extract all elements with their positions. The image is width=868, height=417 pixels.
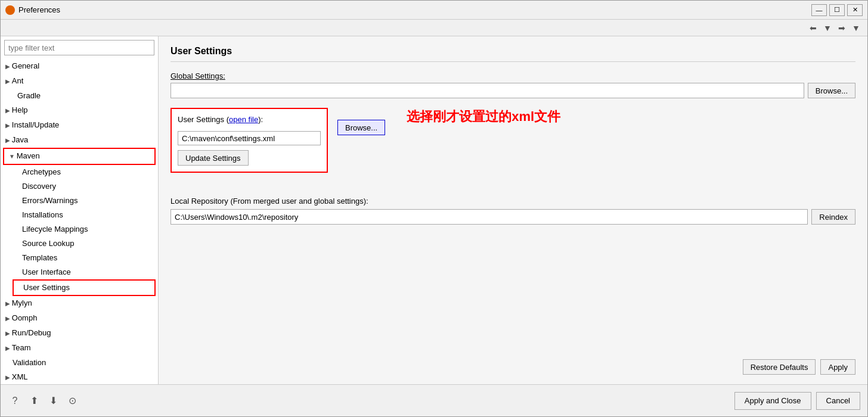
import-icon-button[interactable]: ⬇	[46, 394, 60, 408]
bottom-bar: ? ⬆ ⬇ ⊙ Apply and Close Cancel	[1, 384, 867, 416]
local-repo-input[interactable]	[170, 209, 808, 225]
global-settings-section: Global Settings: Browse...	[170, 71, 855, 98]
forward-dropdown-button[interactable]: ▼	[821, 21, 834, 35]
sidebar-item-source-lookup[interactable]: Source Lookup	[1, 236, 158, 251]
local-repo-label: Local Repository (From merged user and g…	[170, 197, 855, 206]
user-settings-input[interactable]	[178, 131, 321, 145]
sidebar-item-maven[interactable]: Maven	[4, 149, 154, 164]
sidebar-item-mylyn[interactable]: Mylyn	[1, 296, 158, 311]
toolbar: ⬅ ▼ ➡ ▼	[1, 20, 867, 36]
user-settings-box: User Settings (open file): Update Settin…	[170, 108, 328, 173]
help-icon-button[interactable]: ?	[8, 394, 22, 408]
apply-close-button[interactable]: Apply and Close	[734, 392, 811, 410]
bottom-left-icons: ? ⬆ ⬇ ⊙	[8, 394, 79, 408]
filter-input[interactable]	[4, 40, 154, 55]
sidebar-item-templates[interactable]: Templates	[1, 251, 158, 265]
main-content: General Ant Gradle Help Install/Update J…	[1, 36, 867, 384]
browse-global-button[interactable]: Browse...	[808, 83, 855, 98]
titlebar: Preferences — ☐ ✕	[1, 1, 867, 20]
sidebar-item-java[interactable]: Java	[1, 133, 158, 148]
toolbar-icons: ⬅ ▼ ➡ ▼	[807, 21, 863, 35]
global-settings-label: Global Settings:	[170, 71, 855, 80]
panel-title: User Settings	[170, 46, 855, 62]
sidebar-item-run-debug[interactable]: Run/Debug	[1, 326, 158, 341]
info-icon-button[interactable]: ⊙	[65, 394, 79, 408]
sidebar-item-gradle[interactable]: Gradle	[1, 89, 158, 103]
restore-defaults-button[interactable]: Restore Defaults	[743, 359, 816, 375]
update-settings-row: Update Settings	[178, 150, 321, 166]
app-icon	[5, 5, 15, 15]
tree: General Ant Gradle Help Install/Update J…	[1, 58, 158, 384]
reindex-button[interactable]: Reindex	[811, 209, 855, 225]
up-dropdown-button[interactable]: ▼	[850, 21, 863, 35]
sidebar-item-ant[interactable]: Ant	[1, 74, 158, 89]
sidebar-item-install-update[interactable]: Install/Update	[1, 118, 158, 133]
cancel-button[interactable]: Cancel	[816, 392, 860, 410]
open-file-link[interactable]: open file	[229, 115, 258, 124]
back-button[interactable]: ⬅	[807, 21, 820, 35]
local-repo-section: Local Repository (From merged user and g…	[170, 197, 855, 225]
sidebar-item-help[interactable]: Help	[1, 103, 158, 118]
sidebar-item-validation[interactable]: Validation	[1, 356, 158, 370]
apply-button[interactable]: Apply	[820, 359, 855, 375]
sidebar-item-user-interface[interactable]: User Interface	[1, 265, 158, 279]
minimize-button[interactable]: —	[811, 4, 827, 16]
forward-button[interactable]: ➡	[835, 21, 848, 35]
sidebar-item-general[interactable]: General	[1, 59, 158, 74]
sidebar-item-errors-warnings[interactable]: Errors/Warnings	[1, 194, 158, 208]
sidebar-item-xml[interactable]: XML	[1, 370, 158, 384]
window-title: Preferences	[18, 5, 811, 14]
preferences-window: Preferences — ☐ ✕ ⬅ ▼ ➡ ▼ General Ant Gr…	[0, 0, 868, 417]
global-settings-input[interactable]	[170, 83, 804, 98]
browse-user-button[interactable]: Browse...	[337, 120, 385, 135]
global-settings-row: Browse...	[170, 83, 855, 98]
local-repo-row: Reindex	[170, 209, 855, 225]
window-controls: — ☐ ✕	[811, 4, 863, 16]
bottom-right-buttons: Apply and Close Cancel	[734, 392, 860, 410]
right-panel: User Settings Global Settings: Browse...…	[159, 36, 867, 384]
sidebar-item-user-settings[interactable]: User Settings	[14, 281, 154, 295]
user-settings-label: User Settings (open file):	[178, 115, 321, 124]
annotation-text: 选择刚才设置过的xml文件	[407, 108, 560, 126]
sidebar-item-oomph[interactable]: Oomph	[1, 311, 158, 326]
update-settings-button[interactable]: Update Settings	[178, 150, 249, 166]
maximize-button[interactable]: ☐	[829, 4, 845, 16]
user-settings-input-row	[178, 131, 321, 145]
close-button[interactable]: ✕	[847, 4, 863, 16]
export-icon-button[interactable]: ⬆	[27, 394, 41, 408]
sidebar-item-archetypes[interactable]: Archetypes	[1, 165, 158, 179]
sidebar-item-lifecycle-mappings[interactable]: Lifecycle Mappings	[1, 222, 158, 236]
sidebar-item-discovery[interactable]: Discovery	[1, 179, 158, 194]
sidebar: General Ant Gradle Help Install/Update J…	[1, 36, 159, 384]
sidebar-item-installations[interactable]: Installations	[1, 208, 158, 222]
sidebar-item-team[interactable]: Team	[1, 341, 158, 356]
